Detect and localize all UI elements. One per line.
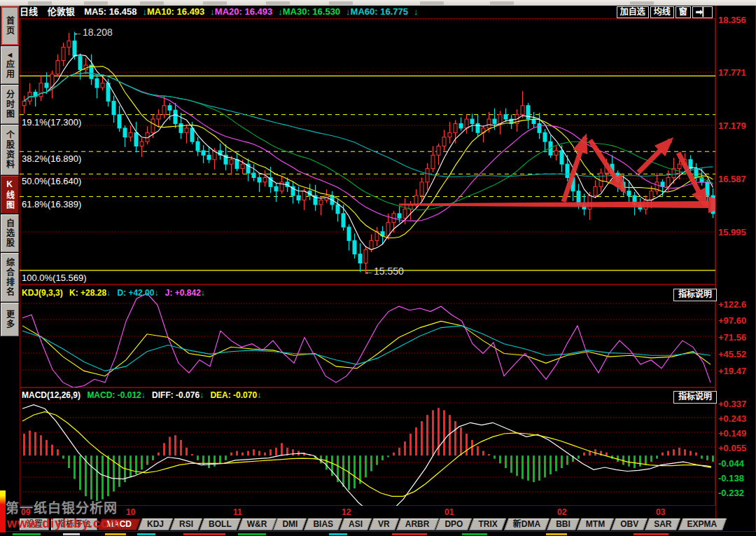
sidebar-item-label: 综合排名 [4, 258, 16, 297]
tab-asi[interactable]: ASI [342, 518, 370, 530]
svg-text:←18.208: ←18.208 [73, 27, 113, 38]
sidebar-item-1[interactable]: 首页 [1, 6, 19, 46]
kdj-chart [20, 284, 715, 387]
tab-w&r[interactable]: W&R [240, 518, 274, 530]
indicator-tabs-bar: 设置指标平台MACDKDJRSIBOLLW&RDMIBIASASIVRARBRD… [20, 518, 756, 531]
svg-text:61.8%(16.389): 61.8%(16.389) [22, 199, 81, 209]
down-arrow-icon: ↓ [414, 6, 419, 17]
month-label: 11 [233, 507, 242, 517]
sidebar-item-label: K线图 [4, 179, 16, 210]
sidebar-item-2[interactable]: ◀应用 [1, 46, 19, 84]
price-axis-column: 18.35617.77117.17916.58715.995+122.6+97.… [715, 6, 756, 531]
ma-value-3: MA30: 16.530 [283, 6, 340, 17]
kdj-d-value: D: +42.00↓ [117, 288, 158, 298]
sidebar-item-label: 更多 [4, 310, 16, 329]
left-sidebar: 首页◀应用分时图个股资料K线图自选股综合排名更多 [0, 6, 20, 337]
kdj-title: KDJ(9,3,3) [22, 288, 63, 298]
kdj-help-button[interactable]: 指标说明 [673, 289, 717, 301]
sidebar-item-4[interactable]: 个股资料 [1, 125, 19, 175]
tab-obv[interactable]: OBV [613, 518, 645, 530]
price-axis-label: +122.6 [718, 299, 746, 310]
sidebar-item-3[interactable]: 分时图 [1, 85, 19, 124]
tab-bbi[interactable]: BBI [549, 518, 578, 530]
macd-chart [20, 387, 715, 506]
ma-value-1: MA10: 16.493 [147, 6, 204, 17]
tab-rsi[interactable]: RSI [172, 518, 200, 530]
price-axis-label: +97.60 [718, 315, 746, 326]
sidebar-item-label: 应用 [4, 60, 16, 79]
sidebar-item-7[interactable]: 综合排名 [1, 253, 19, 302]
chart-toolbar-buttons: 加自选 均线 窗 ➡▏ [617, 6, 713, 18]
chart-info-bar: 日线 伦敦银 MA5: 16.458↓MA10: 16.493↓MA20: 16… [20, 6, 715, 18]
macd-title: MACD(12,26,9) [22, 390, 80, 400]
watermark-sitename: 第一纸白银分析网 [6, 497, 118, 516]
window-button[interactable]: 窗 [676, 6, 691, 18]
period-label: 日线 [20, 6, 38, 17]
tab-arbr[interactable]: ARBR [398, 518, 437, 530]
price-axis-label: +0.055 [718, 443, 746, 453]
price-axis-label: 17.179 [718, 121, 746, 131]
watermark-logo [0, 490, 6, 532]
tab-bias[interactable]: BIAS [306, 518, 340, 530]
diff-value: DIFF: -0.076↓ [152, 390, 204, 400]
price-axis-label: -0.138 [718, 473, 744, 483]
price-axis-label: 15.995 [718, 227, 746, 238]
app-window: 日线 伦敦银 MA5: 16.458↓MA10: 16.493↓MA20: 16… [0, 0, 756, 536]
kdj-k-value: K: +28.28↓ [69, 288, 111, 298]
tab-vr[interactable]: VR [371, 518, 397, 530]
month-label: 10 [126, 507, 135, 517]
sidebar-item-8[interactable]: 更多 [1, 303, 19, 336]
tab-新dma[interactable]: 新DMA [506, 518, 547, 530]
down-arrow-icon: ↓ [210, 6, 215, 17]
main-chart-pane[interactable]: 19.1%(17.300)38.2%(16.890)50.0%(16.640)6… [20, 18, 715, 284]
dock-arrow-icon[interactable]: ➡▏ [692, 6, 713, 18]
sidebar-item-5[interactable]: K线图 [1, 176, 19, 214]
time-axis: 09101112010203 [20, 506, 715, 518]
kdj-j-value: J: +0.842↓ [165, 288, 205, 298]
symbol-label: 伦敦银 [48, 6, 75, 17]
kdj-header: KDJ(9,3,3) K: +28.28↓ D: +42.00↓ J: +0.8… [22, 288, 209, 298]
tab-dmi[interactable]: DMI [275, 518, 304, 530]
price-axis-label: +45.52 [718, 349, 746, 359]
tab-sar[interactable]: SAR [647, 518, 678, 530]
price-axis-label: +19.47 [718, 366, 746, 376]
month-label: 01 [444, 507, 454, 517]
tab-trix[interactable]: TRIX [471, 518, 504, 530]
clipped-status-row [0, 531, 756, 536]
kdj-pane[interactable] [20, 284, 715, 387]
sidebar-item-6[interactable]: 自选股 [1, 214, 19, 252]
tab-dpo[interactable]: DPO [438, 518, 470, 530]
add-watchlist-button[interactable]: 加自选 [617, 6, 649, 18]
sidebar-item-label: 自选股 [4, 219, 16, 248]
tab-boll[interactable]: BOLL [202, 518, 239, 530]
candlestick-chart: 19.1%(17.300)38.2%(16.890)50.0%(16.640)6… [20, 18, 715, 284]
dea-value: DEA: -0.070↓ [210, 390, 261, 400]
macd-value: MACD: -0.012↓ [87, 390, 145, 400]
ma-value-2: MA20: 16.493 [215, 6, 272, 17]
sidebar-item-label: 分时图 [4, 90, 16, 119]
tab-mtm[interactable]: MTM [579, 518, 612, 530]
svg-text:100.0%(15.569): 100.0%(15.569) [22, 273, 87, 283]
down-arrow-icon: ↓ [278, 6, 283, 17]
ma-value-4: MA60: 16.775 [351, 6, 408, 17]
price-axis-label: +0.243 [718, 413, 746, 424]
tab-expma[interactable]: EXPMA [680, 518, 724, 530]
macd-header: MACD(12,26,9) MACD: -0.012↓ DIFF: -0.076… [22, 390, 265, 400]
month-label: 03 [656, 507, 665, 517]
price-axis-label: +0.337 [718, 399, 746, 409]
tab-kdj[interactable]: KDJ [140, 518, 171, 530]
month-label: 02 [557, 507, 566, 517]
macd-help-button[interactable]: 指标说明 [673, 391, 717, 404]
macd-pane[interactable] [20, 387, 715, 506]
watermark-url: www.diyizby.com [7, 516, 121, 531]
sidebar-item-label: 首页 [4, 16, 16, 36]
ma-toggle-button[interactable]: 均线 [650, 6, 674, 18]
sidebar-item-label: 个股资料 [4, 130, 16, 170]
svg-text:38.2%(16.890): 38.2%(16.890) [22, 153, 81, 164]
price-axis-label: -0.232 [718, 488, 744, 498]
price-axis-label: -0.044 [718, 458, 744, 469]
price-axis-label: 17.771 [718, 67, 746, 78]
month-label: 12 [342, 507, 351, 517]
svg-text:50.0%(16.640): 50.0%(16.640) [22, 176, 81, 186]
price-axis-label: 18.356 [718, 15, 746, 25]
